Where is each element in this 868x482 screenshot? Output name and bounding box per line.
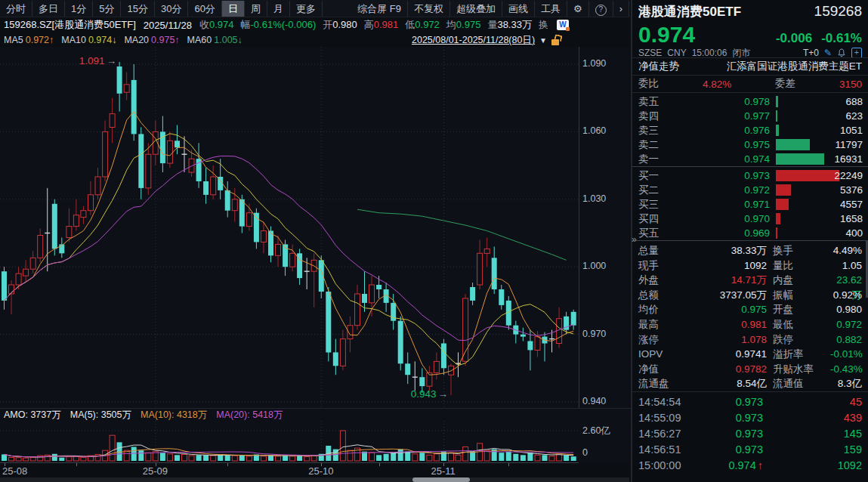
- tool-超级叠加[interactable]: 超级叠加: [450, 1, 502, 17]
- quote-field-label: 开: [323, 19, 332, 30]
- timeframe-多日[interactable]: 多日: [32, 1, 65, 17]
- timeframe-5分[interactable]: 5分: [93, 1, 121, 17]
- chevron-right-icon[interactable]: ›: [613, 1, 629, 17]
- bid-row[interactable]: 买三0.9714557: [632, 197, 868, 212]
- ask-depth-bar: [776, 139, 810, 150]
- help-question-glyph: ?: [595, 5, 607, 16]
- tool-画线[interactable]: 画线: [502, 1, 535, 17]
- bid-price: 0.970: [715, 212, 770, 226]
- ask-label: 卖五: [638, 94, 659, 109]
- stat-label: 振幅: [767, 288, 830, 303]
- quote-field-label: 量: [487, 19, 497, 30]
- timeframe-月[interactable]: 月: [267, 1, 290, 17]
- stat-label: 量比: [767, 258, 830, 273]
- ask-row[interactable]: 卖三0.9761051: [632, 123, 868, 137]
- bid-depth-bar: [776, 227, 777, 239]
- stat-row: 现手1092量比1.05: [632, 258, 868, 273]
- ask-row[interactable]: 卖一0.97416931: [632, 152, 868, 166]
- tick-row: 14:56:510.973159: [632, 442, 868, 458]
- wp-doc-icon[interactable]: W: [557, 20, 569, 30]
- tool-工具[interactable]: 工具: [535, 1, 567, 17]
- timeframe-更多[interactable]: 更多: [290, 1, 323, 17]
- bid-row[interactable]: 买二0.9725376: [632, 183, 868, 197]
- ma-legend-MA10: MA100.974↓: [61, 35, 116, 45]
- ma-label: MA10: [61, 35, 86, 45]
- tick-volume: 439: [805, 410, 862, 426]
- gear-icon[interactable]: ⚙: [567, 1, 589, 17]
- tick-volume: 45: [805, 394, 862, 410]
- timeframe-日[interactable]: 日: [222, 1, 245, 17]
- tick-row: 14:56:270.973145: [632, 426, 868, 442]
- stat-label: 流通值: [767, 376, 830, 391]
- timeframe-60分[interactable]: 60分: [188, 1, 221, 17]
- stat-value: 0.92%: [830, 288, 862, 303]
- bid-price: 0.969: [715, 226, 770, 240]
- quote-field-value: 0.981: [374, 19, 399, 30]
- tool-综合屏 F9[interactable]: 综合屏 F9: [351, 1, 408, 17]
- price-tick-label: 1.030: [582, 193, 606, 204]
- chevron-down-icon[interactable]: ▼: [539, 36, 547, 45]
- stat-row: 涨停1.078跌停0.882: [632, 332, 868, 348]
- ma-value: 0.974↓: [88, 35, 117, 45]
- stat-value: -0.43%: [830, 362, 863, 377]
- bell-icon[interactable]: [837, 48, 846, 57]
- stat-row: 净值0.9782升贴水率-0.43%: [632, 362, 868, 377]
- ask-depth-bar: [776, 153, 824, 165]
- stat-label: 均价: [638, 302, 687, 317]
- add-icon[interactable]: +: [851, 48, 862, 58]
- bid-row[interactable]: 买四0.9701658: [632, 212, 868, 226]
- ask-levels: 卖五0.978688卖四0.977623卖三0.9761051卖二0.97511…: [632, 92, 868, 166]
- bid-row[interactable]: 买一0.97322249: [632, 168, 868, 183]
- horizontal-scrollbar[interactable]: [0, 477, 629, 482]
- candlestick-svg[interactable]: [0, 47, 578, 408]
- ask-row[interactable]: 卖四0.977623: [632, 109, 868, 123]
- x-axis-tick: [227, 463, 228, 466]
- timeframe-周[interactable]: 周: [245, 1, 267, 17]
- stat-value: 0.972: [830, 317, 862, 332]
- annotation-text: 1.091: [79, 55, 105, 66]
- quote-fields: 收0.974幅-0.61%(-0.006)开0.980高0.981低0.972均…: [199, 18, 555, 32]
- bid-price: 0.973: [715, 168, 770, 183]
- stat-row: 总额3737.05万振幅0.92%: [632, 288, 868, 303]
- help-icon[interactable]: ?: [589, 1, 613, 17]
- timeframe-15分[interactable]: 15分: [121, 1, 154, 17]
- unlock-icon[interactable]: [551, 39, 559, 45]
- bid-label: 买四: [638, 212, 659, 226]
- timeframe-1分[interactable]: 1分: [65, 1, 93, 17]
- scrollbar-thumb[interactable]: [412, 477, 470, 482]
- fund-row[interactable]: 净值走势 汇添富国证港股通消费主题ET: [632, 57, 868, 75]
- bid-row[interactable]: 买五0.969400: [632, 226, 868, 240]
- quote-field-value: 0.972: [415, 19, 440, 30]
- quote-date: 2025/11/28: [144, 20, 192, 31]
- edit-icon[interactable]: ✎: [824, 48, 832, 58]
- tick-price: 0.974↑: [703, 458, 805, 474]
- timeframe-分时[interactable]: 分时: [0, 1, 32, 17]
- bid-volume: 22249: [834, 168, 863, 183]
- header-icons: T+0 ✎ +: [803, 48, 862, 58]
- quote-field-label: 低: [405, 19, 415, 30]
- x-axis-label-25-11: 25-11: [431, 465, 455, 477]
- timeframe-buttons: 分时多日1分5分15分30分60分日周月更多: [0, 0, 323, 17]
- stat-value: 38.33万: [687, 243, 767, 258]
- quote-field-value: 38.33万: [497, 19, 532, 30]
- volume-pane[interactable]: [0, 421, 629, 462]
- volume-svg[interactable]: [0, 421, 578, 462]
- timeframe-30分[interactable]: 30分: [155, 1, 188, 17]
- date-range-label[interactable]: 2025/08/01-2025/11/28(80日): [412, 34, 535, 47]
- security-name: 港股通消费50ETF: [638, 3, 741, 20]
- weibi-label: 委比: [638, 77, 659, 91]
- quote-field-value: -0.61%(-0.006): [251, 19, 317, 30]
- quote-field-value: 0.980: [332, 19, 357, 30]
- quote-field-均: 均0.975: [446, 19, 481, 30]
- ask-row[interactable]: 卖二0.97511797: [632, 137, 868, 152]
- timeframe-toolbar: 分时多日1分5分15分30分60分日周月更多 综合屏 F9不复权超级叠加画线工具…: [0, 0, 629, 17]
- annotation-arrow-icon: →: [437, 388, 448, 400]
- tool-不复权[interactable]: 不复权: [408, 1, 450, 17]
- candlestick-chart[interactable]: 1.0901.0601.0301.0000.9700.940 1.091→ 0.…: [0, 47, 629, 408]
- ask-depth-bar: [776, 125, 779, 136]
- volume-max-label: 2.60亿: [582, 425, 610, 437]
- ask-row[interactable]: 卖五0.978688: [632, 94, 868, 109]
- quote-field-量: 量38.33万: [487, 19, 532, 30]
- tick-row: 14:55:090.973439: [632, 410, 868, 426]
- tick-price-value: 0.973: [736, 428, 763, 440]
